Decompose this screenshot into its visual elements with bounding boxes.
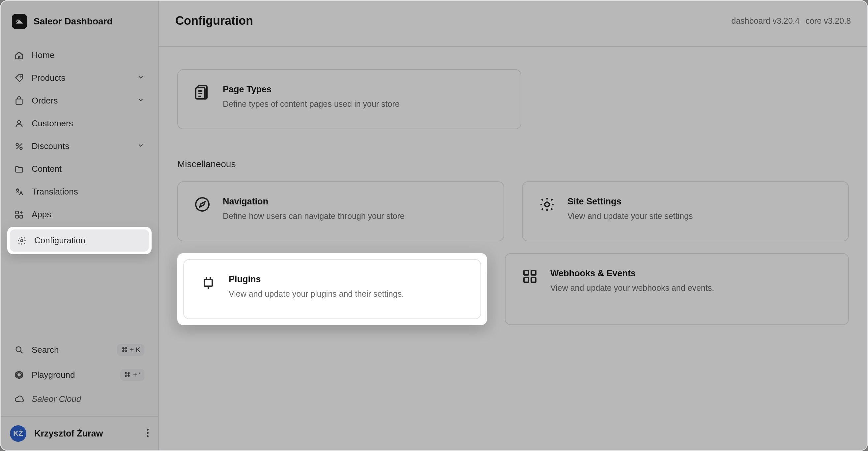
svg-point-15 bbox=[196, 198, 209, 211]
svg-point-3 bbox=[16, 143, 19, 145]
card-site-settings[interactable]: Site Settings View and update your site … bbox=[522, 181, 849, 241]
card-desc: Define how users can navigate through yo… bbox=[223, 211, 405, 221]
app-frame: Saleor Dashboard Home Products bbox=[0, 0, 868, 451]
card-page-types[interactable]: Page Types Define types of content pages… bbox=[177, 69, 521, 129]
highlight-plugins: Plugins View and update your plugins and… bbox=[177, 253, 487, 325]
sidebar-item-discounts[interactable]: Discounts bbox=[7, 135, 152, 157]
card-webhooks[interactable]: Webhooks & Events View and update your w… bbox=[505, 253, 849, 325]
navigate-icon bbox=[194, 197, 210, 212]
svg-rect-17 bbox=[204, 279, 212, 286]
card-desc: View and update your webhooks and events… bbox=[550, 283, 714, 293]
card-title: Plugins bbox=[229, 274, 404, 284]
version-dashboard: dashboard v3.20.4 bbox=[731, 16, 800, 26]
card-navigation[interactable]: Navigation Define how users can navigate… bbox=[177, 181, 504, 241]
sidebar-item-label: Home bbox=[32, 50, 144, 60]
home-icon bbox=[14, 51, 24, 60]
graphql-icon bbox=[14, 370, 24, 380]
svg-point-16 bbox=[545, 202, 549, 207]
grid-icon bbox=[522, 268, 538, 284]
bag-icon bbox=[14, 96, 24, 106]
sidebar-nav: Home Products Orders bbox=[1, 44, 158, 255]
svg-rect-19 bbox=[531, 270, 536, 275]
card-row: Plugins View and update your plugins and… bbox=[159, 253, 867, 325]
apps-grid-icon bbox=[14, 210, 24, 219]
sidebar-spacer bbox=[1, 255, 158, 338]
percent-icon bbox=[14, 142, 24, 151]
saleor-logo-icon bbox=[12, 14, 27, 29]
content: Page Types Define types of content pages… bbox=[159, 47, 867, 450]
svg-point-10 bbox=[147, 428, 149, 430]
sidebar-item-label: Translations bbox=[32, 187, 144, 197]
more-vertical-icon[interactable] bbox=[146, 428, 149, 439]
topbar: Configuration dashboard v3.20.4 core v3.… bbox=[159, 1, 867, 47]
svg-rect-7 bbox=[16, 215, 19, 218]
brand[interactable]: Saleor Dashboard bbox=[1, 1, 158, 44]
sidebar-item-label: Configuration bbox=[34, 235, 142, 246]
card-row: Navigation Define how users can navigate… bbox=[159, 181, 867, 241]
sidebar-item-label: Apps bbox=[32, 209, 144, 219]
card-title: Webhooks & Events bbox=[550, 268, 714, 278]
card-body: Webhooks & Events View and update your w… bbox=[550, 268, 714, 305]
svg-point-12 bbox=[147, 435, 149, 437]
sidebar-item-products[interactable]: Products bbox=[7, 67, 152, 89]
sidebar-bottom: Search ⌘ + K Playground ⌘ + ' Saleor Clo… bbox=[1, 338, 158, 410]
card-title: Navigation bbox=[223, 197, 405, 207]
page-title: Configuration bbox=[175, 14, 253, 28]
main: Configuration dashboard v3.20.4 core v3.… bbox=[159, 1, 867, 450]
app: Saleor Dashboard Home Products bbox=[1, 1, 867, 450]
translate-icon bbox=[14, 187, 24, 197]
search-icon bbox=[14, 345, 24, 354]
svg-point-8 bbox=[21, 239, 23, 242]
svg-point-11 bbox=[147, 432, 149, 434]
sidebar-item-label: Customers bbox=[32, 118, 144, 128]
sidebar-item-label: Content bbox=[32, 164, 144, 174]
sidebar-item-configuration[interactable]: Configuration bbox=[10, 230, 149, 251]
card-row: Page Types Define types of content pages… bbox=[159, 69, 867, 129]
sidebar-search[interactable]: Search ⌘ + K bbox=[7, 338, 152, 362]
svg-rect-21 bbox=[531, 278, 536, 282]
card-body: Page Types Define types of content pages… bbox=[223, 84, 399, 109]
search-shortcut: ⌘ + K bbox=[117, 344, 144, 356]
sidebar-item-customers[interactable]: Customers bbox=[7, 113, 152, 134]
page-types-icon bbox=[194, 84, 210, 100]
sidebar-item-home[interactable]: Home bbox=[7, 44, 152, 66]
chevron-down-icon bbox=[137, 141, 144, 151]
chevron-down-icon bbox=[137, 73, 144, 83]
sidebar-item-translations[interactable]: Translations bbox=[7, 181, 152, 203]
svg-point-4 bbox=[20, 147, 22, 149]
card-plugins[interactable]: Plugins View and update your plugins and… bbox=[183, 259, 481, 319]
version-info: dashboard v3.20.4 core v3.20.8 bbox=[731, 16, 851, 26]
playground-shortcut: ⌘ + ' bbox=[120, 369, 144, 381]
sidebar-item-content[interactable]: Content bbox=[7, 158, 152, 180]
svg-point-9 bbox=[16, 347, 21, 352]
svg-rect-6 bbox=[20, 215, 23, 218]
user-name: Krzysztof Żuraw bbox=[34, 428, 138, 439]
sidebar-item-label: Saleor Cloud bbox=[32, 394, 144, 404]
gear-icon bbox=[539, 197, 555, 212]
cloud-icon bbox=[14, 395, 24, 404]
sidebar-item-apps[interactable]: Apps bbox=[7, 203, 152, 226]
sidebar-item-label: Search bbox=[32, 345, 109, 355]
card-desc: View and update your site settings bbox=[567, 211, 693, 221]
svg-rect-20 bbox=[524, 278, 529, 282]
sidebar-item-label: Discounts bbox=[32, 141, 129, 151]
sidebar-playground[interactable]: Playground ⌘ + ' bbox=[7, 363, 152, 387]
user-icon bbox=[14, 119, 24, 128]
sidebar-item-label: Playground bbox=[32, 370, 112, 380]
highlight-configuration: Configuration bbox=[7, 227, 152, 254]
card-body: Navigation Define how users can navigate… bbox=[223, 197, 405, 221]
tag-icon bbox=[14, 73, 24, 83]
user-row[interactable]: KŻ Krzysztof Żuraw bbox=[1, 416, 158, 450]
sidebar: Saleor Dashboard Home Products bbox=[1, 1, 159, 450]
card-title: Page Types bbox=[223, 84, 399, 95]
avatar: KŻ bbox=[10, 425, 26, 442]
card-title: Site Settings bbox=[567, 197, 693, 207]
sidebar-item-orders[interactable]: Orders bbox=[7, 90, 152, 112]
svg-rect-18 bbox=[524, 270, 529, 275]
card-body: Site Settings View and update your site … bbox=[567, 197, 693, 221]
sidebar-item-label: Products bbox=[32, 73, 129, 83]
svg-point-2 bbox=[18, 120, 21, 123]
chevron-down-icon bbox=[137, 96, 144, 106]
sidebar-saleor-cloud[interactable]: Saleor Cloud bbox=[7, 388, 152, 410]
card-body: Plugins View and update your plugins and… bbox=[229, 274, 404, 299]
